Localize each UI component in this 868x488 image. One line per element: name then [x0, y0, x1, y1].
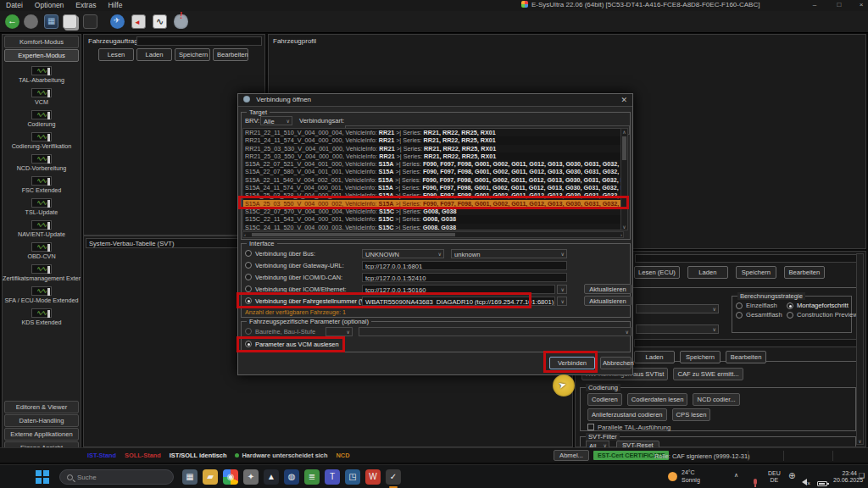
baureihe-radio[interactable]	[245, 328, 252, 335]
icom-dcan-field[interactable]: tcp://127.0.0.1:52410	[362, 273, 567, 282]
ecu-field[interactable]	[635, 254, 857, 263]
codierung-button[interactable]: NCD codier...	[693, 393, 739, 406]
bauistufe-combo[interactable]	[359, 327, 632, 336]
taskbar-app[interactable]: ▦	[182, 469, 198, 485]
document-icon[interactable]	[83, 14, 97, 29]
svt-target-field[interactable]	[634, 339, 858, 347]
target-list-row[interactable]: S15A_22_07_521_V_004_001_000, VehicleInf…	[243, 160, 623, 168]
clock[interactable]: 23:4420.06.2025	[833, 470, 857, 484]
taskbar-app[interactable]: ≣	[304, 469, 320, 485]
vin-radio[interactable]	[245, 297, 252, 304]
target-list-row[interactable]: S15A_22_07_580_V_004_001_001, VehicleInf…	[243, 168, 623, 175]
target-list-row[interactable]: S15A_25_03_550_V_004_000_002, VehicleInf…	[243, 200, 623, 208]
parallel-tal-checkbox[interactable]	[587, 424, 594, 430]
start-button[interactable]	[36, 470, 49, 484]
taskbar-app[interactable]: ✦	[243, 469, 259, 485]
target-list-row[interactable]: RR21_24_11_574_V_004_000_000, VehicleInf…	[243, 136, 623, 144]
target-list-row[interactable]: S15A_22_11_540_V_004_002_001, VehicleInf…	[243, 176, 623, 184]
vehicle-order-button[interactable]: Speichern	[175, 48, 210, 61]
search-input[interactable]: Suche	[59, 469, 174, 485]
info-icon[interactable]	[110, 14, 125, 29]
notification-icon[interactable]: ❏	[859, 472, 865, 480]
maximize-button[interactable]: □	[832, 1, 846, 9]
sidebar-tool-item[interactable]: Codierung-Verifikation	[3, 132, 81, 150]
codierung-button[interactable]: Codierdaten lesen	[627, 393, 688, 406]
menu-item[interactable]: Datei	[0, 0, 29, 10]
volume-muted-icon[interactable]: ×	[802, 474, 810, 488]
icom-ethernet-dropdown[interactable]	[557, 285, 567, 294]
taskbar-app[interactable]: ▲	[264, 469, 279, 485]
list-vertical-scrollbar[interactable]: ∧∨	[620, 128, 628, 230]
ecu-button[interactable]: Speichern	[736, 266, 776, 279]
verbinden-button[interactable]: Verbinden	[549, 357, 595, 369]
sidebar-tool-item[interactable]: FSC Extended	[3, 176, 81, 194]
baureihe-combo[interactable]	[326, 327, 353, 336]
ecu-button[interactable]: Laden	[687, 266, 728, 279]
forward-icon[interactable]	[24, 14, 38, 29]
gateway-radio[interactable]	[245, 262, 252, 269]
menu-item[interactable]: Optionen	[29, 0, 70, 10]
sidebar-tool-item[interactable]: TAL-Abarbeitung	[3, 66, 81, 84]
taskbar-app[interactable]: ▰	[203, 469, 218, 485]
svt-file-button[interactable]: Bearbeiten	[726, 351, 766, 363]
sidebar-tool-item[interactable]: TSL-Update	[3, 198, 81, 216]
sidebar-tool-item[interactable]: Codierung	[3, 110, 81, 128]
icom-dcan-radio[interactable]	[245, 274, 252, 280]
calc-combo-2[interactable]	[636, 324, 719, 334]
codierung-button[interactable]: Codieren	[587, 393, 622, 406]
sidebar-tool-item[interactable]: OBD-CVN	[3, 242, 81, 260]
vin-dropdown[interactable]	[557, 297, 567, 306]
sidebar-bottom-button[interactable]: Daten-Handling	[4, 414, 79, 427]
taskbar-app[interactable]: ✓	[386, 469, 401, 485]
ecu-button[interactable]: Bearbeiten	[784, 266, 825, 279]
sidebar-mode-button[interactable]: Komfort-Modus	[4, 36, 79, 48]
taskbar-app[interactable]: T	[325, 469, 340, 485]
sidebar-tool-item[interactable]: Zertifikatsmanagement Exten...	[3, 264, 81, 282]
sidebar-tool-item[interactable]: SFA / ECU-Mode Extended	[3, 286, 81, 304]
sidebar-tool-item[interactable]: KDS Extended	[3, 308, 81, 326]
vin-field[interactable]: WBATR55090NA43683_DIAGADR10 (tcp://169.2…	[362, 297, 555, 306]
icom-ethernet-radio[interactable]	[245, 286, 252, 292]
target-list-row[interactable]: S15A_25_03_538_V_004_000_001, VehicleInf…	[243, 191, 623, 199]
network-icon[interactable]: ⊕	[788, 471, 795, 480]
target-list-row[interactable]: S15A_24_11_574_V_004_000_001, VehicleInf…	[243, 184, 623, 191]
logout-button[interactable]: Abmel...	[554, 450, 589, 461]
sidebar-bottom-button[interactable]: Externe Applikationen	[4, 428, 79, 441]
microphone-icon[interactable]	[754, 473, 757, 488]
target-list[interactable]: RR21_22_11_510_V_004_000_004, VehicleInf…	[242, 128, 624, 230]
import-icon[interactable]	[131, 14, 146, 29]
signature-icon[interactable]	[153, 14, 167, 29]
codierung-button[interactable]: Anlieferzustand codieren	[587, 408, 667, 421]
taskbar-app[interactable]: ◳	[345, 469, 360, 485]
bus-combo-1[interactable]: UNKNOWN	[362, 249, 444, 258]
battery-icon[interactable]	[817, 474, 827, 488]
tray-chevron[interactable]: ∧	[734, 472, 738, 479]
svt-action-button[interactable]: CAF zu SWE ermitt...	[673, 368, 743, 380]
bus-combo-2[interactable]: unknown	[451, 249, 567, 258]
strategy-radio[interactable]: Montagefortschritt	[787, 302, 854, 309]
abbrechen-button[interactable]: Abbrechen	[600, 357, 632, 369]
strategy-radio[interactable]: Gesamtflash	[736, 311, 785, 319]
taskbar-app[interactable]: ◉	[223, 469, 238, 485]
connect-icon[interactable]	[174, 14, 188, 29]
ecu-button[interactable]: Lesen (ECU)	[634, 266, 680, 279]
sidebar-mode-button[interactable]: Experten-Modus	[4, 49, 79, 62]
dialog-close-icon[interactable]: ✕	[620, 96, 627, 104]
vcm-radio[interactable]	[245, 341, 252, 347]
sidebar-bottom-button[interactable]: Editoren & Viewer	[4, 401, 79, 413]
target-list-row[interactable]: S15C_24_11_520_V_004_000_003, VehicleInf…	[243, 224, 623, 230]
vin-aktualisieren-button[interactable]: Aktualisieren	[584, 296, 632, 306]
menu-item[interactable]: Extras	[70, 0, 102, 10]
icom-aktualisieren-button[interactable]: Aktualisieren	[584, 284, 632, 294]
target-list-row[interactable]: RR21_25_03_530_V_004_001_000, VehicleInf…	[243, 145, 623, 152]
sidebar-tool-item[interactable]: VCM	[3, 88, 81, 106]
vehicle-order-button[interactable]: Laden	[136, 48, 172, 61]
taskbar-app[interactable]: ◍	[284, 469, 299, 485]
close-button[interactable]: ×	[854, 1, 868, 9]
taskbar-app[interactable]: W	[365, 469, 381, 485]
vehicle-order-field[interactable]	[136, 36, 262, 46]
sidebar-tool-item[interactable]: NAV/ENT-Update	[3, 220, 81, 238]
modules-icon[interactable]	[44, 14, 58, 29]
icom-ethernet-field[interactable]: tcp://127.0.0.1:50160	[362, 285, 555, 294]
bus-radio[interactable]	[245, 250, 252, 257]
